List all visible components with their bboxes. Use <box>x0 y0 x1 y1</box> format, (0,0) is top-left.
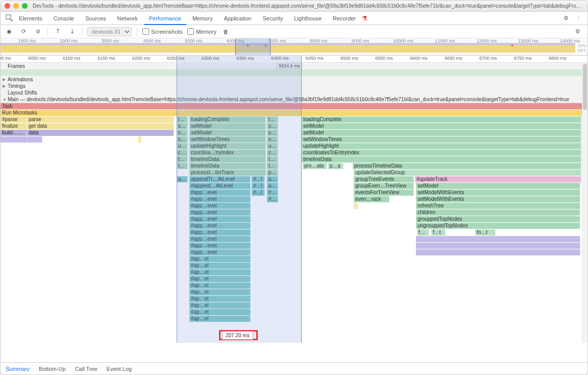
flame-bar[interactable]: #ap…el <box>189 316 251 322</box>
flame-bar[interactable] <box>416 243 580 249</box>
flame-bar[interactable]: t… <box>177 156 188 162</box>
flame-bar[interactable]: #app…evel <box>189 196 251 202</box>
flame-bar[interactable]: f… <box>417 229 429 236</box>
tab-console[interactable]: Console <box>48 12 79 25</box>
trash-icon[interactable]: 🗑 <box>222 29 231 35</box>
flame-bar[interactable]: s… <box>267 136 278 143</box>
flame-bar[interactable]: build…Calls <box>1 130 27 136</box>
flame-task[interactable]: Task <box>1 103 582 109</box>
tab-performance[interactable]: Performance <box>144 12 186 25</box>
flame-bar[interactable]: #app…evel <box>189 229 251 236</box>
flame-bar[interactable]: a… <box>267 183 278 189</box>
flame-bar[interactable]: setModel <box>302 130 581 136</box>
flame-bar[interactable] <box>354 203 359 209</box>
flame-bar[interactable]: t… <box>177 163 188 169</box>
tab-security[interactable]: Security <box>257 12 288 25</box>
flame-bar[interactable]: groupTreeEvents <box>354 176 414 182</box>
flame-bar[interactable]: p… <box>267 170 278 176</box>
tab-application[interactable]: Application <box>219 12 257 25</box>
flame-bar[interactable]: setModel <box>189 123 266 129</box>
clear-button[interactable]: ⊘ <box>33 28 42 35</box>
flame-bar[interactable]: p…a <box>328 163 344 169</box>
flame-bar[interactable]: get data <box>27 123 174 129</box>
flame-bar[interactable]: loadingComplete <box>189 116 266 123</box>
close-icon[interactable] <box>5 3 10 9</box>
flame-bar[interactable]: setModelWithEvents <box>416 196 580 202</box>
flame-bar[interactable]: even…rack <box>354 196 389 202</box>
flame-bar[interactable]: setModel <box>189 130 266 136</box>
flame-bar[interactable]: #…l <box>252 176 265 182</box>
flame-bar[interactable]: setWindowTimes <box>302 136 581 143</box>
flame-bar[interactable]: timelineData <box>302 156 581 162</box>
flame-bar[interactable]: groupEven…TreeView <box>354 183 414 189</box>
screenshots-checkbox[interactable]: Screenshots <box>142 28 182 35</box>
download-button[interactable]: ⤓ <box>67 28 77 35</box>
profile-select[interactable]: devtools #1 <box>87 27 132 36</box>
flame-bar[interactable]: #app…evel <box>189 203 251 209</box>
flame-bar[interactable]: s…l <box>177 130 188 136</box>
flame-bar[interactable] <box>416 249 580 255</box>
flame-bar[interactable]: #app…evel <box>189 243 251 249</box>
flame-bar[interactable]: #ap…el <box>189 256 251 262</box>
flame-bar[interactable]: #ap…el <box>189 296 251 302</box>
scroll-thumb[interactable] <box>583 64 587 110</box>
flame-bar[interactable]: setModelWithEvents <box>416 190 580 196</box>
flame-bar[interactable]: loadingComplete <box>302 116 581 123</box>
vertical-scrollbar[interactable] <box>582 63 587 343</box>
flame-bar[interactable]: data <box>27 130 174 136</box>
track-animations[interactable]: ▶Animations <box>1 76 587 83</box>
flame-bar[interactable]: ungrouppedTopNodes <box>416 223 580 229</box>
timeline-ruler[interactable]: 6000 ms6050 ms6100 ms6150 ms6200 ms6250 … <box>1 56 587 63</box>
tab-recorder[interactable]: Recorder <box>328 12 361 25</box>
tab-memory[interactable]: Memory <box>187 12 218 25</box>
tab-sources[interactable]: Sources <box>80 12 111 25</box>
inspect-icon[interactable] <box>4 14 13 22</box>
flame-bar[interactable]: #ap…el <box>189 309 251 315</box>
flame-bar[interactable]: a… <box>177 176 188 182</box>
tab-network[interactable]: Network <box>112 12 143 25</box>
minimize-icon[interactable] <box>13 3 19 9</box>
flame-bar[interactable]: l… <box>267 116 278 123</box>
flame-bar[interactable]: #ap…el <box>189 276 251 282</box>
flame-bar[interactable]: #…l <box>252 183 265 189</box>
flame-bar[interactable] <box>1 136 27 143</box>
flame-bar[interactable]: #app…evel <box>189 236 251 242</box>
frames-content[interactable] <box>1 69 587 76</box>
tab-elements[interactable]: Elements <box>14 12 47 25</box>
flame-bar[interactable]: #ap…el <box>189 283 251 289</box>
flame-bar[interactable]: refreshTree <box>416 203 580 209</box>
flame-bar[interactable]: #app…evel <box>189 216 251 222</box>
flame-bar[interactable]: s… <box>267 123 278 129</box>
flame-bar[interactable]: #app…evel <box>189 249 251 255</box>
flame-bar[interactable]: #app…evel <box>189 190 251 196</box>
flame-bar[interactable]: s… <box>267 130 278 136</box>
more-icon[interactable]: ⋮ <box>573 15 584 21</box>
flame-bar[interactable]: updateHighlight <box>302 143 581 149</box>
flame-bar[interactable]: #ap…el <box>189 263 251 269</box>
flame-bar[interactable]: se…l <box>177 123 188 129</box>
flame-bar[interactable]: #…l <box>252 190 265 196</box>
flame-bar[interactable]: timelineData <box>189 163 266 169</box>
flame-bar[interactable]: fo…t <box>475 229 496 236</box>
flame-bar[interactable]: #app…evel <box>189 209 251 216</box>
flame-bar[interactable]: l…e <box>177 116 188 123</box>
flame-bar[interactable]: eventsForTreeView <box>354 190 414 196</box>
flame-bar[interactable]: parse <box>27 116 174 123</box>
upload-button[interactable]: ⤒ <box>53 28 62 35</box>
memory-checkbox[interactable]: Memory <box>187 28 216 35</box>
flame-bar[interactable]: c… <box>177 150 188 156</box>
flame-bar[interactable]: #updateTrack <box>415 176 581 182</box>
flame-bar[interactable]: #append…AtLevel <box>189 183 251 189</box>
flame-bar[interactable]: appendTr…AtLevel <box>189 176 251 182</box>
flame-bar[interactable]: #… <box>267 196 278 202</box>
flame-bar[interactable]: coordina…tryIndex <box>189 150 266 156</box>
record-button[interactable]: ◉ <box>5 28 14 35</box>
track-frames[interactable]: Frames 5524.8 ms <box>1 63 587 69</box>
flame-bar[interactable]: #parse <box>1 116 27 123</box>
flame-bar[interactable]: #ap…el <box>189 269 251 275</box>
flame-bar[interactable]: pro…ata <box>303 163 327 169</box>
track-timings[interactable]: ▶Timings <box>1 83 587 89</box>
flame-bar[interactable]: t… <box>267 163 278 169</box>
flame-bar[interactable]: setWindowTimes <box>189 136 266 143</box>
maximize-icon[interactable] <box>22 3 28 9</box>
